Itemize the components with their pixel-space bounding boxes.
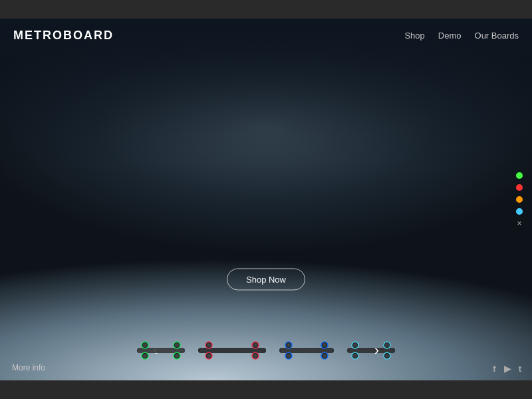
svg-point-25 [323,354,327,358]
page-wrapper: METROBOARD Shop Demo Our Boards × Shop N… [0,19,532,380]
color-dot-cyan[interactable] [516,208,523,215]
svg-point-3 [143,354,147,358]
boards-row [134,341,398,360]
browser-chrome-bottom [0,380,532,399]
color-dot-green[interactable] [516,172,523,179]
color-picker: × [516,172,523,227]
svg-point-29 [323,343,327,347]
svg-point-15 [253,354,257,358]
svg-point-33 [353,354,357,358]
youtube-icon[interactable]: ▶ [504,364,511,374]
navbar: METROBOARD Shop Demo Our Boards [0,19,532,52]
svg-point-37 [353,343,357,347]
svg-point-39 [385,343,389,347]
nav-demo[interactable]: Demo [438,31,462,41]
board-item-3[interactable] [277,341,336,360]
more-info-link[interactable]: More info [12,363,45,372]
svg-point-17 [207,343,211,347]
twitter-icon[interactable]: t [519,364,521,374]
nav-our-boards[interactable]: Our Boards [475,31,519,41]
board-item-1[interactable] [134,341,188,360]
svg-point-27 [287,343,291,347]
brand-logo: METROBOARD [13,29,114,43]
nav-shop[interactable]: Shop [404,31,424,41]
main-container: METROBOARD Shop Demo Our Boards × Shop N… [0,0,532,399]
svg-point-23 [287,354,291,358]
board-item-2[interactable] [196,341,269,360]
svg-point-5 [175,354,179,358]
nav-links: Shop Demo Our Boards [404,31,519,41]
svg-point-9 [175,343,179,347]
carousel-next-button[interactable]: › [374,342,379,359]
svg-point-35 [385,354,389,358]
color-dot-red[interactable] [516,184,523,191]
svg-point-19 [253,343,257,347]
social-icons: f ▶ t [493,364,521,374]
browser-chrome-top [0,0,532,19]
color-picker-close[interactable]: × [516,220,523,227]
shop-now-button[interactable]: Shop Now [227,268,305,290]
board-item-4[interactable] [344,341,398,360]
svg-point-13 [207,354,211,358]
board-carousel: ‹ [0,321,532,380]
facebook-icon[interactable]: f [493,364,495,374]
svg-point-7 [143,343,147,347]
color-dot-orange[interactable] [516,196,523,203]
